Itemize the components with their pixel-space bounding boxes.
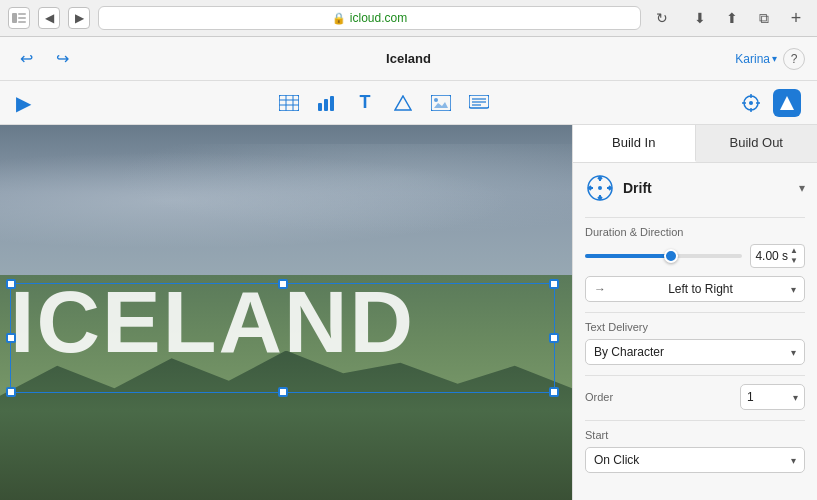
panel-tabs: Build In Build Out <box>573 125 817 163</box>
text-delivery-section: Text Delivery By Character ▾ <box>585 321 805 365</box>
text-delivery-value: By Character <box>594 345 664 359</box>
selection-overlay <box>10 283 555 393</box>
redo-btn[interactable]: ↪ <box>48 45 76 73</box>
app-title: Iceland <box>386 51 431 66</box>
order-value: 1 <box>747 390 754 404</box>
divider-3 <box>585 375 805 376</box>
slider-thumb[interactable] <box>664 249 678 263</box>
address-bar[interactable]: 🔒 icloud.com <box>98 6 641 30</box>
browser-chrome: ◀ ▶ 🔒 icloud.com ↻ ⬇ ⬆ ⧉ + <box>0 0 817 37</box>
main-area: ICELAND Build In Build Out <box>0 125 817 500</box>
toolbar: ▶ T <box>0 81 817 125</box>
user-chevron: ▾ <box>772 53 777 64</box>
chart-icon[interactable] <box>313 89 341 117</box>
start-dropdown[interactable]: On Click ▾ <box>585 447 805 473</box>
svg-rect-3 <box>18 21 26 23</box>
divider-1 <box>585 217 805 218</box>
handle-bot-left[interactable] <box>6 387 16 397</box>
order-row: Order 1 ▾ <box>585 384 805 410</box>
order-chevron-icon: ▾ <box>793 392 798 403</box>
start-label: Start <box>585 429 805 441</box>
duration-slider[interactable] <box>585 254 742 258</box>
forward-btn[interactable]: ▶ <box>68 7 90 29</box>
svg-rect-12 <box>431 95 451 111</box>
svg-rect-11 <box>330 96 334 111</box>
drift-icon <box>585 173 615 203</box>
user-name: Karina <box>735 52 770 66</box>
start-section: Start On Click ▾ <box>585 429 805 473</box>
animation-type-row: Drift ▾ <box>585 173 805 203</box>
handle-top-left[interactable] <box>6 279 16 289</box>
stepper-up[interactable]: ▲ <box>788 246 800 256</box>
slider-fill <box>585 254 671 258</box>
handle-mid-left[interactable] <box>6 333 16 343</box>
help-btn[interactable]: ? <box>783 48 805 70</box>
svg-rect-2 <box>18 17 26 19</box>
handle-bot-right[interactable] <box>549 387 559 397</box>
table-icon[interactable] <box>275 89 303 117</box>
panel-content: Drift ▾ Duration & Direction 4.00 s ▲ ▼ <box>573 163 817 500</box>
comment-icon[interactable] <box>465 89 493 117</box>
duration-section-label: Duration & Direction <box>585 226 805 238</box>
svg-point-13 <box>434 98 438 102</box>
stepper-down[interactable]: ▼ <box>788 256 800 266</box>
svg-rect-9 <box>318 103 322 111</box>
text-delivery-chevron-icon: ▾ <box>791 347 796 358</box>
animate-icon[interactable] <box>773 89 801 117</box>
format-icon[interactable] <box>737 89 765 117</box>
back-btn[interactable]: ◀ <box>38 7 60 29</box>
duration-value: 4.00 s <box>755 249 788 263</box>
text-delivery-dropdown[interactable]: By Character ▾ <box>585 339 805 365</box>
share-btn[interactable]: ⬆ <box>719 5 745 31</box>
right-panel: Build In Build Out <box>572 125 817 500</box>
start-value: On Click <box>594 453 639 467</box>
media-icon[interactable] <box>427 89 455 117</box>
tab-build-in[interactable]: Build In <box>573 125 696 162</box>
svg-rect-1 <box>18 13 26 15</box>
svg-rect-10 <box>324 99 328 111</box>
canvas-area[interactable]: ICELAND <box>0 125 572 500</box>
order-dropdown[interactable]: 1 ▾ <box>740 384 805 410</box>
direction-arrow-icon: → <box>594 282 606 296</box>
undo-btn[interactable]: ↩ <box>12 45 40 73</box>
direction-label: Left to Right <box>668 282 733 296</box>
download-btn[interactable]: ⬇ <box>687 5 713 31</box>
user-menu[interactable]: Karina ▾ <box>735 52 777 66</box>
svg-marker-24 <box>780 96 794 110</box>
tabs-btn[interactable]: ⧉ <box>751 5 777 31</box>
divider-4 <box>585 420 805 421</box>
shape-icon[interactable] <box>389 89 417 117</box>
svg-rect-4 <box>279 95 299 111</box>
direction-dropdown[interactable]: → Left to Right ▾ <box>585 276 805 302</box>
lock-icon: 🔒 <box>332 12 346 25</box>
duration-stepper[interactable]: ▲ ▼ <box>788 246 800 266</box>
svg-rect-0 <box>12 13 17 23</box>
clouds <box>0 144 572 257</box>
sidebar-toggle-btn[interactable] <box>8 7 30 29</box>
start-chevron-icon: ▾ <box>791 455 796 466</box>
divider-2 <box>585 312 805 313</box>
order-label: Order <box>585 391 613 403</box>
new-tab-btn[interactable]: + <box>783 5 809 31</box>
handle-top-right[interactable] <box>549 279 559 289</box>
text-icon[interactable]: T <box>351 89 379 117</box>
play-btn[interactable]: ▶ <box>16 91 31 115</box>
svg-point-30 <box>598 186 602 190</box>
handle-mid-right[interactable] <box>549 333 559 343</box>
app-bar: ↩ ↪ Iceland Karina ▾ ? <box>0 37 817 81</box>
svg-point-19 <box>749 101 753 105</box>
animation-name: Drift <box>623 180 652 196</box>
handle-bot-mid[interactable] <box>278 387 288 397</box>
reload-btn[interactable]: ↻ <box>649 5 675 31</box>
duration-row: 4.00 s ▲ ▼ <box>585 244 805 268</box>
duration-input-box[interactable]: 4.00 s ▲ ▼ <box>750 244 805 268</box>
animation-chevron[interactable]: ▾ <box>799 181 805 195</box>
direction-chevron-icon: ▾ <box>791 284 796 295</box>
handle-top-mid[interactable] <box>278 279 288 289</box>
url-text: icloud.com <box>350 11 407 25</box>
text-delivery-label: Text Delivery <box>585 321 805 333</box>
tab-build-out[interactable]: Build Out <box>696 125 818 162</box>
